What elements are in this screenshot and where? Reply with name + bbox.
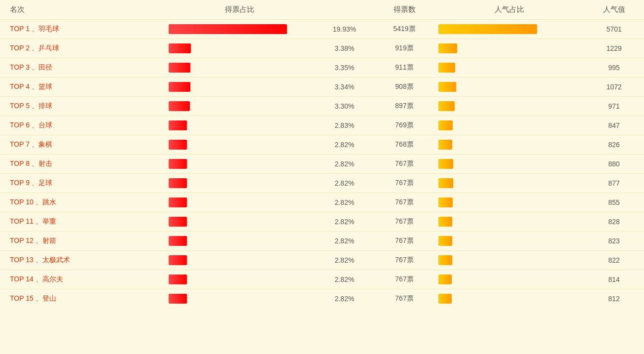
vote-count-value: 767票 <box>395 217 413 225</box>
pop-bar-cell <box>434 270 584 289</box>
pop-val-cell: 855 <box>584 193 644 212</box>
table-row: TOP 7 、象棋2.82%768票826 <box>0 135 644 155</box>
vote-pct-value: 2.82% <box>335 275 355 283</box>
vote-count-cell: 5419票 <box>374 20 434 39</box>
pop-bar <box>438 255 452 265</box>
vote-pct-value: 2.82% <box>335 198 355 206</box>
pop-val-value: 855 <box>608 198 620 206</box>
table-row: TOP 12 、射箭2.82%767票823 <box>0 232 644 251</box>
pop-bar <box>438 236 452 246</box>
pop-bar-container <box>438 139 580 150</box>
table-row: TOP 8 、射击2.82%767票880 <box>0 155 644 174</box>
vote-pct-cell: 2.82% <box>315 193 374 212</box>
pop-val-value: 847 <box>608 121 620 129</box>
pop-val-value: 1072 <box>607 83 622 91</box>
vote-count-value: 769票 <box>395 121 413 129</box>
pop-bar <box>438 120 453 130</box>
rank-label: TOP 5 、排球 <box>10 102 52 110</box>
vote-bar <box>169 255 187 265</box>
table-row: TOP 3 、田径3.35%911票995 <box>0 58 644 78</box>
vote-bar <box>169 217 187 227</box>
vote-pct-cell: 2.82% <box>315 251 374 270</box>
pop-bar-cell <box>434 212 584 232</box>
pop-bar-container <box>438 216 580 227</box>
pop-bar-cell <box>434 251 584 270</box>
pop-bar <box>438 217 452 227</box>
vote-bar-container <box>169 158 311 169</box>
vote-bar-cell <box>165 97 315 116</box>
rank-cell: TOP 4 、篮球 <box>0 78 165 97</box>
vote-pct-cell: 3.35% <box>315 58 374 78</box>
vote-pct-cell: 2.82% <box>315 289 374 309</box>
vote-bar-cell <box>165 270 315 289</box>
pop-bar-container <box>438 43 580 54</box>
header-pop-bar: 人气占比 <box>434 0 584 20</box>
pop-bar <box>438 294 452 304</box>
pop-val-value: 877 <box>608 179 620 187</box>
vote-count-cell: 767票 <box>374 212 434 232</box>
rank-label: TOP 4 、篮球 <box>10 82 52 90</box>
table-row: TOP 13 、太极武术2.82%767票822 <box>0 251 644 270</box>
vote-count-value: 767票 <box>395 159 413 167</box>
vote-pct-cell: 2.83% <box>315 116 374 135</box>
vote-bar-cell <box>165 39 315 58</box>
vote-bar <box>169 120 187 130</box>
pop-val-cell: 5701 <box>584 20 644 39</box>
vote-pct-value: 2.82% <box>335 295 355 303</box>
pop-bar-container <box>438 158 580 169</box>
vote-count-value: 767票 <box>395 294 413 302</box>
pop-val-value: 822 <box>608 256 620 264</box>
pop-bar <box>438 197 453 207</box>
pop-val-cell: 971 <box>584 97 644 116</box>
pop-val-value: 826 <box>608 141 620 149</box>
vote-bar-container <box>169 255 311 266</box>
table-row: TOP 6 、台球2.83%769票847 <box>0 116 644 135</box>
vote-count-value: 767票 <box>395 236 413 244</box>
rank-cell: TOP 10 、跳水 <box>0 193 165 212</box>
vote-bar <box>169 43 191 53</box>
vote-pct-value: 2.82% <box>335 141 355 149</box>
vote-pct-value: 3.38% <box>335 44 355 52</box>
vote-pct-cell: 2.82% <box>315 155 374 174</box>
rank-label: TOP 3 、田径 <box>10 63 52 71</box>
vote-count-cell: 767票 <box>374 289 434 309</box>
vote-bar-container <box>169 120 311 131</box>
vote-count-cell: 767票 <box>374 232 434 251</box>
vote-bar-cell <box>165 289 315 309</box>
pop-bar <box>438 178 453 188</box>
pop-val-cell: 822 <box>584 251 644 270</box>
pop-bar <box>438 63 455 73</box>
pop-bar <box>438 159 453 169</box>
vote-count-cell: 767票 <box>374 251 434 270</box>
vote-bar-cell <box>165 116 315 135</box>
vote-bar <box>169 82 190 92</box>
pop-bar-container <box>438 236 580 246</box>
rank-cell: TOP 11 、举重 <box>0 212 165 232</box>
pop-bar-cell <box>434 174 584 193</box>
rank-label: TOP 11 、举重 <box>10 217 56 225</box>
pop-bar <box>438 275 452 284</box>
rank-cell: TOP 15 、登山 <box>0 289 165 309</box>
vote-bar-container <box>169 216 311 227</box>
rank-cell: TOP 13 、太极武术 <box>0 251 165 270</box>
table-header-row: 名次 得票占比 得票数 人气占比 人气值 <box>0 0 644 20</box>
pop-val-cell: 995 <box>584 58 644 78</box>
pop-val-cell: 826 <box>584 135 644 155</box>
vote-bar-container <box>169 293 311 304</box>
pop-val-cell: 828 <box>584 212 644 232</box>
vote-bar-container <box>169 101 311 112</box>
vote-count-value: 911票 <box>395 63 413 71</box>
vote-count-cell: 767票 <box>374 174 434 193</box>
pop-bar-container <box>438 293 580 304</box>
vote-bar-cell <box>165 193 315 212</box>
vote-count-value: 767票 <box>395 256 413 264</box>
table-row: TOP 15 、登山2.82%767票812 <box>0 289 644 309</box>
vote-bar-cell <box>165 155 315 174</box>
vote-bar-container <box>169 62 311 73</box>
vote-pct-value: 2.82% <box>335 256 355 264</box>
pop-bar-cell <box>434 193 584 212</box>
pop-bar <box>438 101 455 111</box>
rank-label: TOP 7 、象棋 <box>10 140 52 148</box>
vote-bar-cell <box>165 20 315 39</box>
vote-count-value: 919票 <box>395 44 413 52</box>
